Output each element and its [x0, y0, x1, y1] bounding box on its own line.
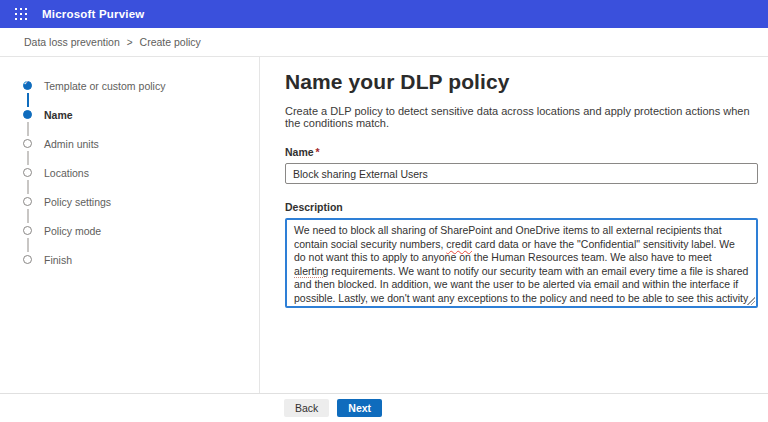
top-app-bar: Microsoft Purview	[0, 0, 768, 28]
policy-description-textarea[interactable]: We need to block all sharing of SharePoi…	[285, 218, 758, 308]
name-field-label: Name*	[285, 146, 758, 158]
step-policy-settings[interactable]: Policy settings	[0, 187, 259, 216]
content-region: ✓ Template or custom policy Name Admin u…	[0, 57, 768, 393]
step-label: Admin units	[44, 138, 99, 150]
next-button[interactable]: Next	[337, 399, 382, 417]
breadcrumb-item-create-policy: Create policy	[140, 36, 201, 48]
step-label: Policy settings	[44, 196, 111, 208]
waffle-grid-icon	[15, 8, 27, 20]
breadcrumb: Data loss prevention > Create policy	[0, 28, 768, 57]
step-admin-units[interactable]: Admin units	[0, 129, 259, 158]
step-template-or-custom-policy[interactable]: ✓ Template or custom policy	[0, 71, 259, 100]
wizard-stepper-sidebar: ✓ Template or custom policy Name Admin u…	[0, 57, 260, 393]
breadcrumb-separator-icon: >	[127, 37, 133, 48]
wizard-footer: Back Next	[0, 393, 768, 422]
step-finish[interactable]: Finish	[0, 245, 259, 274]
step-upcoming-icon	[23, 226, 32, 235]
step-label: Template or custom policy	[44, 80, 165, 92]
step-completed-icon: ✓	[23, 81, 32, 90]
step-label: Locations	[44, 167, 89, 179]
step-upcoming-icon	[23, 168, 32, 177]
breadcrumb-item-data-loss-prevention[interactable]: Data loss prevention	[24, 36, 120, 48]
step-label: Policy mode	[44, 225, 101, 237]
app-launcher-icon[interactable]	[10, 3, 32, 25]
step-policy-mode[interactable]: Policy mode	[0, 216, 259, 245]
textarea-resize-handle[interactable]	[746, 296, 755, 305]
step-label: Finish	[44, 254, 72, 266]
back-button[interactable]: Back	[284, 399, 329, 417]
main-panel: Name your DLP policy Create a DLP policy…	[260, 57, 768, 393]
purview-app-window: Microsoft Purview Data loss prevention >…	[0, 0, 768, 422]
step-locations[interactable]: Locations	[0, 158, 259, 187]
text-caret	[378, 306, 379, 308]
description-text: requirements. We want to notify our secu…	[294, 265, 748, 309]
step-upcoming-icon	[23, 197, 32, 206]
flagged-word: alerting	[294, 265, 328, 277]
checkmark-icon: ✓	[23, 79, 30, 87]
required-asterisk: *	[316, 146, 320, 158]
step-name[interactable]: Name	[0, 100, 259, 129]
step-upcoming-icon	[23, 255, 32, 264]
description-field-label: Description	[285, 201, 758, 213]
page-title: Name your DLP policy	[285, 70, 758, 94]
policy-name-input[interactable]	[285, 163, 758, 184]
step-current-icon	[23, 110, 32, 119]
misspelled-word: credit	[446, 238, 472, 250]
page-subtitle: Create a DLP policy to detect sensitive …	[285, 105, 758, 129]
app-title: Microsoft Purview	[42, 8, 144, 20]
step-label: Name	[44, 109, 73, 121]
name-label-text: Name	[285, 146, 314, 158]
step-upcoming-icon	[23, 139, 32, 148]
